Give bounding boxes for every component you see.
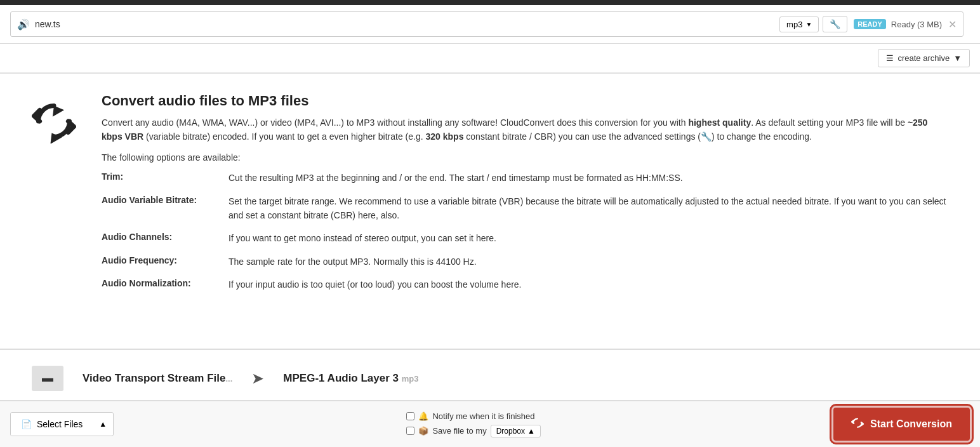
convert-section: Convert audio files to MP3 files Convert… bbox=[32, 93, 948, 301]
source-format-icon: ▬ bbox=[32, 366, 63, 391]
dropbox-icon: 📦 bbox=[418, 426, 428, 436]
option-normalization-label: Audio Normalization: bbox=[102, 277, 228, 291]
close-file-button[interactable]: ✕ bbox=[948, 18, 957, 30]
footer-bar: 📄 Select Files ▲ 🔔 Notify me when it is … bbox=[0, 400, 980, 447]
option-vbr-label: Audio Variable Bitrate: bbox=[102, 194, 228, 223]
option-frequency: Audio Frequency: The sample rate for the… bbox=[102, 255, 948, 269]
save-label: Save file to my bbox=[432, 426, 486, 436]
select-files-icon: 📄 bbox=[21, 419, 32, 429]
option-channels-desc: If you want to get mono instead of stere… bbox=[228, 231, 496, 245]
option-frequency-label: Audio Frequency: bbox=[102, 255, 228, 269]
file-row-container: 🔊 new.ts mp3 ▼ 🔧 READY Ready (3 MB) ✕ bbox=[0, 5, 980, 44]
dropbox-button[interactable]: Dropbox ▲ bbox=[491, 425, 541, 437]
target-format-text: MPEG-1 Audio Layer 3 mp3 bbox=[283, 372, 418, 385]
create-archive-row: ☰ create archive ▼ bbox=[0, 44, 980, 73]
archive-icon: ☰ bbox=[886, 53, 894, 63]
source-format-text: Video Transport Stream File... bbox=[83, 372, 232, 385]
format-selector-button[interactable]: mp3 ▼ bbox=[779, 17, 819, 32]
format-dropdown-icon: ▼ bbox=[805, 21, 812, 28]
notify-checkbox[interactable] bbox=[406, 412, 414, 420]
option-channels: Audio Channels: If you want to get mono … bbox=[102, 231, 948, 245]
save-row: 📦 Save file to my Dropbox ▲ bbox=[406, 425, 541, 437]
file-row: 🔊 new.ts mp3 ▼ 🔧 READY Ready (3 MB) ✕ bbox=[10, 11, 963, 37]
option-normalization-desc: If your input audio is too quiet (or too… bbox=[228, 277, 522, 291]
option-channels-label: Audio Channels: bbox=[102, 231, 228, 245]
archive-dropdown-icon: ▼ bbox=[953, 53, 962, 63]
options-table: Trim: Cut the resulting MP3 at the begin… bbox=[102, 171, 948, 291]
start-conversion-label: Start Conversion bbox=[870, 418, 952, 430]
notify-row: 🔔 Notify me when it is finished bbox=[406, 411, 534, 421]
convert-text-block: Convert audio files to MP3 files Convert… bbox=[102, 93, 948, 301]
notify-label: Notify me when it is finished bbox=[432, 411, 534, 421]
start-conversion-button[interactable]: Start Conversion bbox=[833, 408, 970, 441]
convert-title: Convert audio files to MP3 files bbox=[102, 93, 948, 109]
option-trim-desc: Cut the resulting MP3 at the beginning a… bbox=[228, 171, 683, 185]
option-normalization: Audio Normalization: If your input audio… bbox=[102, 277, 948, 291]
select-files-button-group[interactable]: 📄 Select Files ▲ bbox=[10, 412, 114, 436]
option-frequency-desc: The sample rate for the output MP3. Norm… bbox=[228, 255, 477, 269]
option-vbr: Audio Variable Bitrate: Set the target b… bbox=[102, 194, 948, 223]
save-checkbox[interactable] bbox=[406, 427, 414, 435]
source-format-label: Video Transport Stream File... bbox=[83, 372, 232, 385]
target-format-label: MPEG-1 Audio Layer 3 mp3 bbox=[283, 372, 418, 385]
select-files-dropdown-button[interactable]: ▲ bbox=[93, 413, 113, 435]
format-label: mp3 bbox=[786, 20, 802, 29]
status-badge: READY bbox=[854, 19, 886, 29]
create-archive-label: create archive bbox=[897, 53, 950, 63]
top-bar bbox=[0, 0, 980, 5]
main-content: Convert audio files to MP3 files Convert… bbox=[0, 74, 980, 349]
notify-bell-icon: 🔔 bbox=[418, 411, 428, 421]
dropbox-label: Dropbox bbox=[496, 427, 525, 436]
convert-icon bbox=[32, 93, 83, 301]
create-archive-button[interactable]: ☰ create archive ▼ bbox=[878, 49, 970, 67]
start-conversion-sync-icon bbox=[851, 417, 864, 432]
conversion-arrow-icon: ➤ bbox=[251, 370, 264, 387]
svg-marker-0 bbox=[46, 130, 62, 143]
select-files-label: Select Files bbox=[37, 419, 83, 429]
notify-section: 🔔 Notify me when it is finished 📦 Save f… bbox=[406, 411, 541, 437]
status-text: Ready (3 MB) bbox=[891, 20, 942, 29]
settings-button[interactable]: 🔧 bbox=[823, 16, 847, 32]
option-trim-label: Trim: bbox=[102, 171, 228, 185]
convert-desc2: The following options are available: bbox=[102, 150, 948, 164]
file-name: new.ts bbox=[35, 19, 779, 29]
dropbox-arrow-icon: ▲ bbox=[527, 427, 535, 436]
select-files-main-button[interactable]: 📄 Select Files bbox=[11, 413, 93, 436]
convert-desc1: Convert any audio (M4A, WMA, WAV...) or … bbox=[102, 116, 948, 144]
option-vbr-desc: Set the target bitrate range. We recomme… bbox=[228, 194, 948, 223]
bottom-preview-section: ▬ Video Transport Stream File... ➤ MPEG-… bbox=[0, 349, 980, 400]
option-trim: Trim: Cut the resulting MP3 at the begin… bbox=[102, 171, 948, 185]
audio-file-icon: 🔊 bbox=[17, 18, 30, 30]
